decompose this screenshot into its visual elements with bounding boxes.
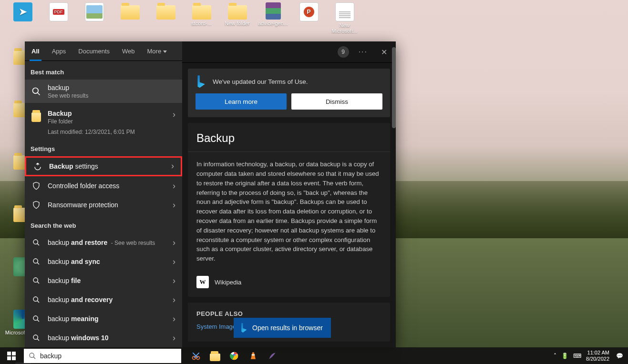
wikipedia-label: Wikipedia [215,279,241,286]
search-panel-header-right: 9 ··· ✕ [182,41,396,63]
section-search-web: Search the web [25,214,182,233]
settings-item-label: Controlled folder access [48,182,175,190]
web-result-0[interactable]: backup and restore - See web results › [25,233,182,252]
tray-keyboard-icon[interactable]: ⌨ [573,353,581,359]
wikipedia-source[interactable]: W Wikipedia [188,271,390,297]
desktop-icon-pdf[interactable]: PDF [41,2,76,40]
web-result-title: backup and sync [48,258,175,265]
dismiss-button[interactable]: Dismiss [291,93,382,110]
wikipedia-icon: W [196,276,209,288]
settings-item-label: Ransomware protection [48,201,175,209]
chevron-right-icon: › [173,110,175,120]
desktop-icon-powerpoint[interactable]: P [291,2,327,40]
tab-documents[interactable]: Documents [76,42,112,61]
more-options-icon[interactable]: ··· [359,48,368,56]
scrollbar-thumb[interactable] [392,47,396,128]
chevron-right-icon: › [173,295,175,305]
restore-icon [33,162,42,171]
result-ransomware-protection[interactable]: Ransomware protection › [25,195,182,214]
desktop-icon-winrar[interactable]: advice-gen... [255,2,291,40]
desktop-icon-new-folder[interactable]: New folder [219,2,255,40]
chevron-right-icon: › [173,200,175,210]
taskbar-app-snipping[interactable] [188,349,204,363]
folder-result-title: Backup [48,110,175,117]
folder-result-sub: File folder [48,118,175,125]
shield-icon [31,201,41,209]
web-result-1[interactable]: backup and sync › [25,252,182,271]
close-icon[interactable]: ✕ [377,46,391,59]
clock-date: 8/20/2022 [586,356,609,362]
web-result-2[interactable]: backup file › [25,271,182,290]
web-result-5[interactable]: backup windows 10 › [25,328,182,347]
search-input[interactable] [40,352,176,360]
desktop-icons-grid: ➤ PDF stcord-... New folder advice-gen..… [0,0,362,45]
open-in-browser-label: Open results in browser [252,324,323,332]
svg-line-15 [33,357,35,359]
chevron-right-icon: › [173,257,175,267]
tab-more[interactable]: More [145,42,169,61]
web-result-3[interactable]: backup and recovery › [25,290,182,309]
search-icon [31,258,41,265]
result-best-match[interactable]: backup See web results [25,80,182,103]
svg-point-6 [33,278,38,282]
desktop-icon-picture[interactable] [76,2,112,40]
svg-point-8 [33,297,38,301]
search-icon [31,296,41,303]
desktop-icon-folder-2[interactable] [148,2,184,40]
result-backup-settings[interactable]: Backup settings › [25,156,182,176]
search-icon [31,85,41,98]
chevron-down-icon [163,51,167,53]
search-filter-tabs: All Apps Documents Web More [25,41,182,61]
desktop-icon-folder-stcord[interactable]: stcord-... [184,2,219,40]
web-result-title: backup file [48,277,175,284]
desktop-icon-telegram[interactable]: ➤ [5,2,41,40]
search-preview-pane: 9 ··· ✕ We've updated our Terms of Use. … [182,41,396,347]
rewards-badge[interactable]: 9 [338,46,349,58]
web-result-title: backup and restore - See web results [48,239,175,246]
svg-line-3 [37,243,39,245]
desktop-icon-textfile[interactable]: New Microsoft... [327,2,362,40]
best-match-title: backup [48,84,175,91]
chevron-right-icon: › [173,276,175,286]
tray-battery-icon[interactable]: 🔋 [561,353,568,359]
tab-web[interactable]: Web [120,42,137,61]
search-results-pane: All Apps Documents Web More Best match b… [25,41,182,347]
search-panel: All Apps Documents Web More Best match b… [25,41,396,347]
web-result-4[interactable]: backup meaning › [25,309,182,328]
preview-card: Backup In information technology, a back… [188,123,390,297]
taskbar-app-chrome[interactable] [226,349,242,363]
result-controlled-folder-access[interactable]: Controlled folder access › [25,176,182,195]
open-in-browser-button[interactable]: Open results in browser [234,318,331,338]
chevron-right-icon: › [173,314,175,324]
system-tray: ˄ 🔋 ⌨ 11:02 AM 8/20/2022 💬 [554,350,628,362]
best-match-sub: See web results [48,92,175,99]
tray-notifications-icon[interactable]: 💬 [614,353,625,359]
taskbar-app-vlc[interactable] [245,349,261,363]
start-button[interactable] [0,347,23,364]
taskbar-app-feather[interactable] [264,349,280,363]
windows-logo-icon [7,352,16,360]
search-icon [29,352,36,360]
chevron-right-icon: › [173,238,175,248]
preview-title: Backup [188,123,390,152]
taskbar-clock[interactable]: 11:02 AM 8/20/2022 [586,350,609,362]
taskbar-app-explorer[interactable] [207,349,223,363]
svg-point-4 [33,259,38,263]
section-settings: Settings [25,138,182,156]
result-folder-backup[interactable]: Backup File folder Last modified: 12/3/2… [25,103,182,138]
taskbar-search-box[interactable] [24,349,181,363]
search-icon [31,277,41,284]
notice-text: We've updated our Terms of Use. [213,78,308,85]
tab-all[interactable]: All [30,42,41,61]
svg-rect-22 [252,354,255,355]
settings-item-label: Backup settings [49,162,174,170]
tab-apps[interactable]: Apps [50,42,68,61]
learn-more-button[interactable]: Learn more [196,93,287,110]
web-result-title: backup and recovery [48,296,175,303]
desktop-icon-folder-1[interactable] [112,2,148,40]
chevron-right-icon: › [171,161,174,171]
chevron-right-icon: › [173,333,175,343]
tray-chevron-up-icon[interactable]: ˄ [554,353,556,359]
svg-line-5 [37,263,39,264]
svg-point-12 [33,335,38,339]
